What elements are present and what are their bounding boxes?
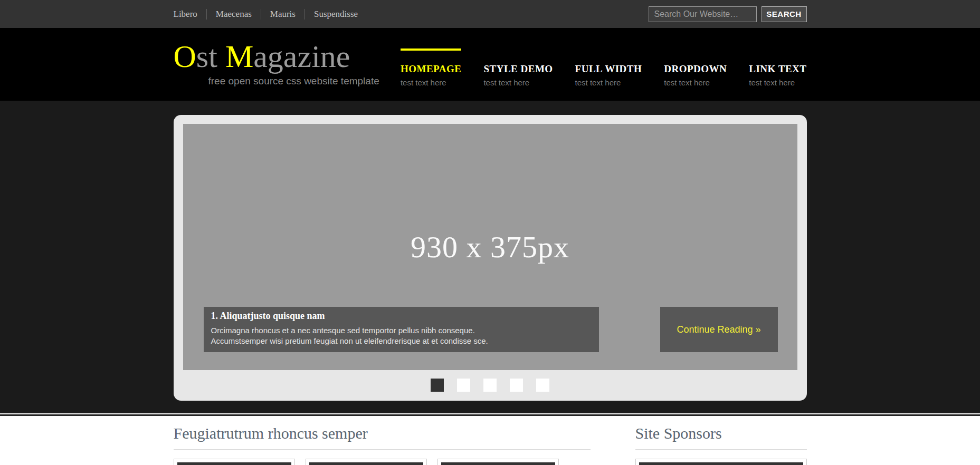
slide-title: 1. Aliquatjusto quisque nam — [211, 311, 591, 322]
hero-section: 930 x 375px 1. Aliquatjusto quisque nam … — [0, 101, 980, 414]
sidebar-column: Site Sponsors — [635, 416, 807, 465]
pagination-dot-3[interactable] — [483, 379, 497, 392]
utility-link-suspendisse[interactable]: Suspendisse — [305, 9, 367, 20]
nav-subtitle: test text here — [749, 78, 806, 87]
pagination-dot-1[interactable] — [431, 379, 444, 392]
utility-link-mauris[interactable]: Mauris — [261, 9, 305, 20]
sponsor-card[interactable] — [635, 459, 807, 465]
logo-accent-letter: M — [225, 39, 253, 74]
search-button[interactable]: SEARCH — [762, 6, 807, 22]
sponsors-section-heading: Site Sponsors — [635, 424, 807, 442]
logo-letters: st — [196, 39, 225, 74]
utility-link-maecenas[interactable]: Maecenas — [207, 9, 261, 20]
nav-label: STYLE DEMO — [483, 63, 553, 75]
nav-label: DROPDOWN — [664, 63, 727, 75]
nav-item-dropdown[interactable]: DROPDOWN test text here — [664, 49, 727, 87]
logo-accent-letter: O — [174, 39, 196, 74]
article-thumbnail-placeholder — [309, 462, 423, 465]
sponsor-cards-row — [635, 459, 807, 465]
article-thumbnail-placeholder — [177, 462, 291, 465]
nav-subtitle: test text here — [664, 78, 727, 87]
nav-subtitle: test text here — [483, 78, 553, 87]
pagination-dot-2[interactable] — [457, 379, 470, 392]
image-size-label: 930 x 375px — [411, 229, 569, 265]
logo-block: Ost Magazine free open source css websit… — [174, 41, 379, 101]
top-utility-bar: Libero Maecenas Mauris Suspendisse SEARC… — [0, 0, 980, 28]
main-navigation: HOMEPAGE test text here STYLE DEMO test … — [401, 49, 807, 101]
slider-pagination — [183, 379, 797, 392]
slide-caption: 1. Aliquatjusto quisque nam Orcimagna rh… — [204, 307, 599, 352]
main-column: Feugiatrutrum rhoncus semper — [174, 416, 591, 465]
nav-item-homepage[interactable]: HOMEPAGE test text here — [401, 49, 462, 87]
site-tagline: free open source css website template — [208, 75, 379, 87]
slide-placeholder-image: 930 x 375px 1. Aliquatjusto quisque nam … — [183, 124, 797, 370]
pagination-dot-4[interactable] — [510, 379, 523, 392]
slide-text-line1: Orcimagna rhoncus et a nec antesque sed … — [211, 325, 591, 336]
site-logo[interactable]: Ost Magazine — [174, 41, 379, 72]
search-widget: SEARCH — [649, 6, 807, 22]
nav-item-style-demo[interactable]: STYLE DEMO test text here — [483, 49, 553, 87]
article-card[interactable] — [174, 459, 295, 465]
search-input[interactable] — [649, 6, 757, 22]
utility-link-libero[interactable]: Libero — [174, 9, 207, 20]
nav-label: HOMEPAGE — [401, 63, 462, 75]
nav-label: FULL WIDTH — [575, 63, 642, 75]
continue-reading-button[interactable]: Continue Reading » — [660, 307, 778, 352]
article-cards-row — [174, 459, 591, 465]
slide-text-line2: Accumstsemper wisi pretium feugiat non u… — [211, 336, 591, 346]
sponsor-banner-placeholder — [639, 462, 803, 465]
heading-rule — [635, 449, 807, 450]
nav-subtitle: test text here — [401, 78, 462, 87]
logo-letters: agazine — [253, 39, 350, 74]
article-thumbnail-placeholder — [441, 462, 555, 465]
articles-section-heading: Feugiatrutrum rhoncus semper — [174, 424, 591, 442]
pagination-dot-5[interactable] — [536, 379, 549, 392]
nav-item-link-text[interactable]: LINK TEXT test text here — [749, 49, 806, 87]
nav-subtitle: test text here — [575, 78, 642, 87]
article-card[interactable] — [437, 459, 559, 465]
content-section: Feugiatrutrum rhoncus semper Site Sponso… — [0, 414, 980, 464]
nav-item-full-width[interactable]: FULL WIDTH test text here — [575, 49, 642, 87]
slider-card: 930 x 375px 1. Aliquatjusto quisque nam … — [174, 115, 807, 401]
heading-rule — [174, 449, 591, 450]
nav-label: LINK TEXT — [749, 63, 806, 75]
article-card[interactable] — [306, 459, 427, 465]
masthead: Ost Magazine free open source css websit… — [0, 28, 980, 101]
continue-reading-label: Continue Reading » — [677, 324, 760, 335]
utility-links: Libero Maecenas Mauris Suspendisse — [174, 9, 367, 20]
